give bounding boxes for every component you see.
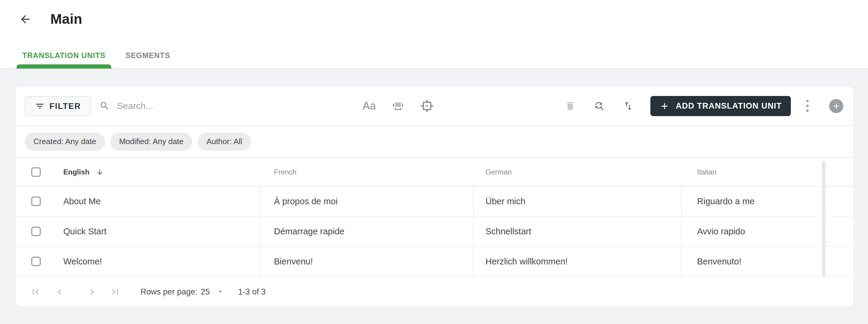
vertical-scrollbar[interactable]: [822, 161, 826, 277]
first-page-icon: [30, 286, 41, 297]
sort-arrows-icon: [622, 100, 634, 112]
chip-modified[interactable]: Modified: Any date: [110, 133, 192, 151]
cell-french: Démarrage rapide: [274, 226, 344, 237]
kebab-menu-icon: [806, 99, 809, 112]
whole-word-button[interactable]: [392, 98, 405, 114]
cell-italian: Riguardo a me: [697, 196, 754, 206]
page: Main TRANSLATION UNITS SEGMENTS FILTER: [0, 0, 868, 324]
search-icon: [99, 101, 110, 111]
column-header-italian[interactable]: Italian: [697, 168, 716, 176]
filter-button-label: FILTER: [50, 102, 81, 111]
match-selection-button[interactable]: [421, 98, 434, 114]
find-replace-button[interactable]: [592, 98, 606, 114]
tab-translation-units[interactable]: TRANSLATION UNITS: [17, 42, 111, 69]
column-label: English: [63, 168, 90, 176]
find-replace-icon: [593, 100, 605, 112]
chip-author[interactable]: Author: All: [198, 133, 251, 151]
sort-arrow-down-icon: [96, 168, 104, 176]
column-header-french[interactable]: French: [274, 168, 297, 176]
next-page-button[interactable]: [85, 285, 98, 298]
tab-label: SEGMENTS: [125, 51, 170, 60]
filter-icon: [35, 101, 44, 111]
plus-circle-icon: [832, 102, 841, 111]
column-divider: [473, 186, 474, 277]
whole-word-icon: [392, 101, 404, 111]
match-case-icon: Aa: [363, 100, 376, 112]
more-menu-button[interactable]: [801, 98, 814, 114]
cell-english: Quick Start: [63, 226, 106, 237]
cell-italian: Benvenuto!: [697, 257, 741, 266]
cell-italian: Avvio rapido: [697, 226, 745, 237]
previous-page-button[interactable]: [53, 285, 66, 298]
tab-bar: TRANSLATION UNITS SEGMENTS: [17, 42, 176, 69]
rows-per-page-label: Rows per page:: [141, 287, 197, 296]
sort-button[interactable]: [621, 98, 635, 114]
table-row[interactable]: Quick Start Démarrage rapide Schnellstar…: [16, 217, 854, 247]
table-row[interactable]: Welcome! Bienvenu! Herzlich willkommen! …: [16, 247, 854, 277]
cell-english: Welcome!: [63, 257, 102, 266]
filter-button[interactable]: FILTER: [25, 96, 91, 116]
search-input[interactable]: [117, 101, 310, 111]
column-divider: [259, 186, 260, 277]
page-title: Main: [50, 11, 82, 27]
rows-per-page-value: 25: [201, 287, 210, 296]
trash-icon: [565, 101, 576, 111]
tab-label: TRANSLATION UNITS: [22, 51, 105, 60]
search-box: [99, 87, 310, 125]
arrow-left-icon: [19, 13, 32, 26]
translation-units-card: FILTER Aa: [16, 86, 854, 307]
chevron-right-icon: [86, 286, 98, 297]
delete-button[interactable]: [564, 98, 577, 114]
cell-german: Herzlich willkommen!: [486, 257, 567, 266]
dropdown-arrow-icon: [216, 288, 224, 296]
chevron-left-icon: [54, 286, 65, 297]
first-page-button[interactable]: [29, 285, 42, 298]
cell-french: Bienvenu!: [274, 257, 313, 266]
pagination-range: 1-3 of 3: [238, 287, 266, 296]
page-header: Main TRANSLATION UNITS SEGMENTS: [0, 0, 868, 69]
plus-icon: [659, 101, 670, 111]
tab-segments[interactable]: SEGMENTS: [120, 42, 176, 69]
back-button[interactable]: [18, 11, 33, 27]
table-row[interactable]: About Me À propos de moi Über mich Rigua…: [16, 186, 854, 217]
filter-chips-row: Created: Any date Modified: Any date Aut…: [16, 126, 854, 158]
cell-german: Schnellstart: [486, 226, 531, 237]
chip-created[interactable]: Created: Any date: [25, 133, 105, 151]
toolbar-actions: [564, 87, 635, 125]
cell-english: About Me: [63, 196, 101, 206]
row-checkbox[interactable]: [31, 197, 41, 206]
add-translation-unit-button[interactable]: ADD TRANSLATION UNIT: [650, 96, 791, 116]
pagination-bar: Rows per page: 25 1-3 of 3: [16, 277, 854, 307]
add-translation-unit-label: ADD TRANSLATION UNIT: [676, 101, 782, 111]
column-header-english[interactable]: English: [63, 168, 104, 176]
column-divider: [681, 186, 682, 277]
match-case-button[interactable]: Aa: [363, 98, 376, 114]
column-header-german[interactable]: German: [486, 168, 512, 176]
row-checkbox[interactable]: [31, 227, 41, 236]
toolbar: FILTER Aa: [16, 87, 854, 126]
table-header-row: English French German Italian: [16, 158, 854, 186]
rows-per-page-select[interactable]: 25: [201, 287, 224, 296]
last-page-icon: [110, 286, 121, 297]
content-area: FILTER Aa: [0, 69, 868, 324]
cell-german: Über mich: [486, 196, 525, 206]
search-options: Aa: [363, 87, 434, 125]
add-circle-button[interactable]: [829, 99, 843, 113]
select-all-checkbox[interactable]: [31, 167, 41, 177]
last-page-button[interactable]: [108, 285, 122, 298]
cell-french: À propos de moi: [274, 196, 338, 206]
translation-units-table: English French German Italian About Me À…: [16, 158, 854, 277]
selection-frame-icon: [421, 99, 434, 112]
row-checkbox[interactable]: [31, 257, 41, 266]
